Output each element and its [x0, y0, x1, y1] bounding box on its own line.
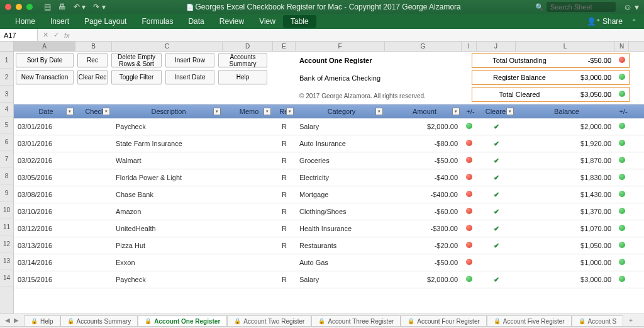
filter-dropdown-icon[interactable]: ▾ — [103, 108, 110, 115]
column-check[interactable]: Check▾ — [75, 108, 112, 115]
sheet-tab-account-s[interactable]: 🔒Account S — [572, 315, 624, 326]
column-header-a[interactable]: A — [14, 42, 75, 51]
ribbon-tab-view[interactable]: View — [252, 15, 283, 28]
row-header-8[interactable]: 8 — [0, 167, 13, 184]
sheet-tab-account-five-register[interactable]: 🔒Account Five Register — [487, 315, 572, 326]
row-header-9[interactable]: 9 — [0, 184, 13, 201]
table-row[interactable]: 03/12/2016UnitedHealthRHealth Insurance-… — [14, 220, 644, 237]
undo-icon[interactable]: ↶ ▾ — [74, 3, 86, 11]
ribbon-collapse-icon[interactable]: ⌃ — [631, 18, 636, 25]
search-sheet[interactable]: 🔍 — [535, 2, 616, 12]
ribbon-tab-home[interactable]: Home — [8, 15, 43, 28]
filter-dropdown-icon[interactable]: ▾ — [452, 108, 460, 115]
accounts-summary-button[interactable]: Accounts Summary — [218, 53, 267, 67]
row-header-7[interactable]: 7 — [0, 150, 13, 167]
sheet-tab-help[interactable]: 🔒Help — [24, 315, 60, 326]
ribbon-tab-page-layout[interactable]: Page Layout — [77, 15, 134, 28]
column-rec[interactable]: Rec▾ — [273, 108, 296, 115]
redo-icon[interactable]: ↷ ▾ — [93, 3, 105, 11]
sheet-tab-account-two-register[interactable]: 🔒Account Two Register — [227, 315, 311, 326]
name-box[interactable]: A17 — [0, 29, 38, 41]
row-header-5[interactable]: 5 — [0, 116, 13, 133]
new-transaction-button[interactable]: New Transaction — [16, 70, 74, 84]
row-header-6[interactable]: 6 — [0, 133, 13, 150]
column-header-c[interactable]: C — [112, 42, 223, 51]
column-header-d[interactable]: D — [223, 42, 273, 51]
formula-input[interactable] — [75, 29, 644, 41]
row-header-10[interactable]: 10 — [0, 201, 13, 218]
fx-icon[interactable]: fx — [64, 31, 70, 39]
column-header-e[interactable]: E — [273, 42, 296, 51]
filter-dropdown-icon[interactable]: ▾ — [213, 108, 221, 115]
table-row[interactable]: 03/08/2016Chase BankRMortgage-$400.00✔$1… — [14, 186, 644, 203]
row-header-12[interactable]: 12 — [0, 235, 13, 252]
column-header-i[interactable]: I — [462, 42, 477, 51]
ribbon-tab-insert[interactable]: Insert — [43, 15, 77, 28]
filter-dropdown-icon[interactable]: ▾ — [66, 108, 74, 115]
share-button[interactable]: 👤⁺Share — [587, 17, 623, 26]
minimize-window-button[interactable] — [16, 4, 22, 10]
column-cleared[interactable]: Cleared▾ — [477, 108, 516, 115]
save-icon[interactable]: ▤ — [44, 3, 51, 11]
column--[interactable]: +/- — [462, 108, 477, 115]
toggle-filter-button[interactable]: Toggle Filter — [111, 70, 162, 84]
table-row[interactable]: 03/14/2016ExxonAuto Gas-$50.00$1,000.00 — [14, 254, 644, 271]
insert-date-button[interactable]: Insert Date — [165, 70, 214, 84]
column-header-g[interactable]: G — [385, 42, 462, 51]
table-row[interactable]: 03/01/2016State Farm InsuranceRAuto Insu… — [14, 135, 644, 152]
row-header-3[interactable]: 3 — [0, 86, 13, 103]
insert-row-button[interactable]: Insert Row — [165, 53, 214, 67]
clear-rec-button[interactable]: Clear Rec — [77, 70, 108, 84]
column--[interactable]: +/- — [615, 108, 629, 115]
table-row[interactable]: 03/02/2016WalmartRGroceries-$50.00✔$1,87… — [14, 152, 644, 169]
filter-dropdown-icon[interactable]: ▾ — [264, 108, 271, 115]
accept-formula-icon[interactable]: ✓ — [53, 31, 59, 39]
sheet-tab-account-three-register[interactable]: 🔒Account Three Register — [311, 315, 401, 326]
table-row[interactable]: 03/15/2016PaycheckRSalary$2,000.00✔$3,00… — [14, 271, 644, 288]
print-icon[interactable]: 🖶 — [58, 3, 66, 11]
maximize-window-button[interactable] — [26, 4, 33, 10]
tab-next-icon[interactable]: ▶ — [14, 317, 19, 324]
table-row[interactable]: 03/13/2016Pizza HutRRestaurants-$20.00✔$… — [14, 237, 644, 254]
sheet-tab-account-one-register[interactable]: 🔒Account One Register — [138, 315, 227, 326]
ribbon-tab-data[interactable]: Data — [180, 15, 211, 28]
row-header-11[interactable]: 11 — [0, 218, 13, 235]
filter-dropdown-icon[interactable]: ▾ — [286, 108, 294, 115]
column-header-n[interactable]: N — [615, 42, 629, 51]
help-button[interactable]: Help — [218, 70, 267, 84]
sort-by-date-button[interactable]: Sort By Date — [16, 53, 74, 67]
table-row[interactable]: 03/05/2016Florida Power & LightRElectric… — [14, 169, 644, 186]
close-window-button[interactable] — [5, 4, 11, 10]
sheet-tab-accounts-summary[interactable]: 🔒Accounts Summary — [60, 315, 138, 326]
column-memo[interactable]: Memo▾ — [223, 108, 273, 115]
row-header-14[interactable]: 14 — [0, 269, 13, 286]
ribbon-tab-formulas[interactable]: Formulas — [134, 15, 180, 28]
column-header-l[interactable]: L — [516, 42, 615, 51]
column-header-f[interactable]: F — [296, 42, 385, 51]
row-header-2[interactable]: 2 — [0, 69, 13, 86]
cancel-formula-icon[interactable]: ✕ — [43, 31, 48, 39]
column-category[interactable]: Category▾ — [296, 108, 385, 115]
sheet-tab-account-four-register[interactable]: 🔒Account Four Register — [401, 315, 487, 326]
row-header-1[interactable]: 1 — [0, 52, 13, 69]
filter-dropdown-icon[interactable]: ▾ — [375, 108, 383, 115]
column-date[interactable]: Date▾ — [14, 108, 75, 115]
table-row[interactable]: 03/10/2016AmazonRClothing/Shoes-$60.00✔$… — [14, 203, 644, 220]
column-header-b[interactable]: B — [75, 42, 112, 51]
ribbon-tab-table[interactable]: Table — [283, 15, 316, 28]
select-all-corner[interactable] — [0, 42, 14, 51]
row-header-4[interactable]: 4 — [0, 103, 13, 116]
table-row[interactable]: 03/01/2016PaycheckRSalary$2,000.00✔$2,00… — [14, 118, 644, 135]
column-balance[interactable]: Balance — [516, 108, 615, 115]
add-sheet-button[interactable]: ＋ — [623, 314, 638, 326]
delete-empty-rows-sort-button[interactable]: Delete Empty Rows & Sort — [111, 53, 162, 67]
feedback-icon[interactable]: ☺ ▾ — [623, 2, 639, 12]
filter-dropdown-icon[interactable]: ▾ — [506, 108, 514, 115]
row-header-13[interactable]: 13 — [0, 252, 13, 269]
column-amount[interactable]: Amount▾ — [385, 108, 462, 115]
rec-button[interactable]: Rec — [77, 53, 108, 67]
column-header-j[interactable]: J — [477, 42, 516, 51]
ribbon-tab-review[interactable]: Review — [212, 15, 252, 28]
search-input[interactable] — [547, 2, 616, 12]
column-description[interactable]: Description▾ — [112, 108, 223, 115]
